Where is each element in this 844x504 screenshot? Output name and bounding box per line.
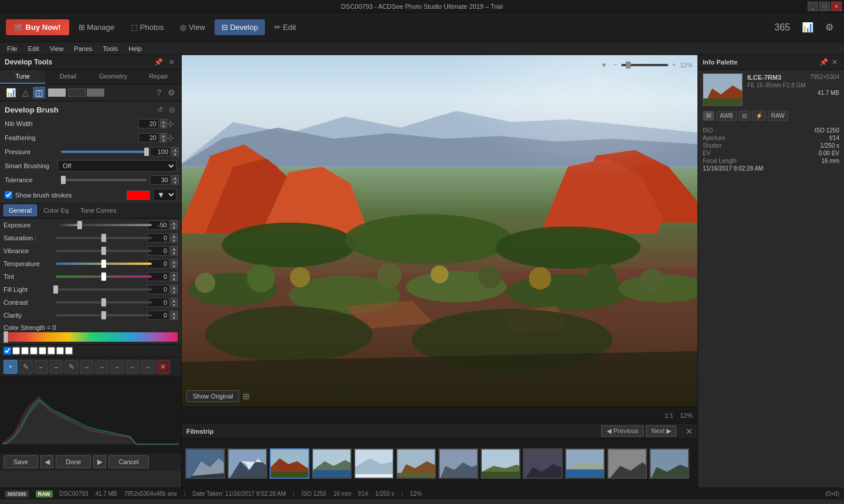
zoom-settings-icon[interactable]: ▼ (598, 60, 610, 70)
done-button[interactable]: Done (56, 455, 91, 468)
filmstrip-thumb-10[interactable] (565, 448, 605, 479)
subtab-color-eq[interactable]: Color Eq (38, 205, 74, 216)
brush-checkbox-5[interactable] (47, 347, 55, 355)
subtab-general[interactable]: General (4, 205, 37, 216)
nav-develop[interactable]: ⊟ Develop (215, 19, 265, 35)
zoom-slider[interactable] (621, 64, 668, 66)
buy-now-button[interactable]: 🛒 Buy Now! (6, 19, 69, 35)
brush-tool-4[interactable]: ✎ (64, 360, 79, 374)
menu-help[interactable]: Help (124, 44, 147, 53)
menu-tools[interactable]: Tools (98, 44, 123, 53)
menu-file[interactable]: File (2, 44, 22, 53)
color-strength-gradient[interactable] (4, 332, 178, 342)
next-button[interactable]: ▶ (93, 455, 106, 468)
nav-edit[interactable]: ✏ Edit (267, 19, 303, 35)
nib-width-input[interactable] (138, 119, 159, 128)
filmstrip-close-button[interactable]: ✕ (686, 427, 693, 436)
brush-target-btn[interactable]: ◎ (167, 105, 176, 114)
filmstrip-thumb-6[interactable] (396, 448, 436, 479)
prev-button[interactable]: ◀ (40, 455, 53, 468)
nav-photos[interactable]: ⬚ Photos (124, 19, 171, 35)
fill-light-track[interactable] (56, 288, 152, 291)
brush-tool-3[interactable]: ⌣ (49, 360, 63, 374)
smart-brushing-select[interactable]: Off On (57, 160, 176, 172)
clarity-down[interactable]: ▼ (171, 315, 178, 320)
info-palette-pin[interactable]: 📌 (818, 57, 830, 67)
brush-tool-6[interactable]: ⌣ (95, 360, 109, 374)
brush-tool-1[interactable]: ✎ (19, 360, 33, 374)
contrast-down[interactable]: ▼ (171, 302, 178, 307)
minimize-button[interactable]: _ (808, 2, 818, 11)
tab-repair[interactable]: Repair (136, 70, 181, 84)
curve-icon-btn[interactable]: ◫ (33, 87, 45, 98)
nav-stats-icon[interactable]: 📊 (797, 19, 818, 35)
exposure-up[interactable]: ▲ (171, 220, 178, 225)
cancel-button[interactable]: Cancel (108, 455, 148, 468)
exposure-track[interactable] (56, 224, 152, 226)
contrast-up[interactable]: ▲ (171, 298, 178, 302)
saturation-track[interactable] (56, 237, 152, 239)
brush-tool-8[interactable]: ⌣ (125, 360, 139, 374)
nav-manage[interactable]: ⊞ ⊞ ManageManage (72, 19, 122, 35)
menu-panes[interactable]: Panes (69, 44, 97, 53)
pressure-up[interactable]: ▲ (172, 147, 179, 152)
filmstrip-thumb-1[interactable] (185, 448, 225, 479)
clarity-track[interactable] (56, 314, 152, 316)
feathering-eyedropper[interactable]: ⊹ (165, 132, 176, 144)
brush-tool-0[interactable]: ✦ (4, 360, 18, 374)
menu-edit[interactable]: Edit (23, 44, 44, 53)
info-palette-close[interactable]: ✕ (830, 57, 839, 67)
temperature-down[interactable]: ▼ (171, 264, 178, 268)
maximize-button[interactable]: □ (819, 2, 830, 11)
brush-checkbox-0[interactable] (4, 347, 11, 355)
exposure-down[interactable]: ▼ (171, 225, 178, 230)
brush-refresh-btn[interactable]: ↺ (155, 105, 165, 114)
filmstrip-thumb-8[interactable] (481, 448, 520, 479)
nib-width-eyedropper[interactable]: ⊹ (165, 118, 176, 130)
tint-up[interactable]: ▲ (171, 272, 178, 277)
brush-checkbox-2[interactable] (21, 347, 29, 355)
show-original-button[interactable]: Show Original (186, 390, 239, 402)
window-controls[interactable]: _ □ ✕ (808, 2, 844, 11)
contrast-track[interactable] (56, 301, 152, 304)
brush-checkbox-1[interactable] (12, 347, 20, 355)
tolerance-up[interactable]: ▲ (172, 175, 179, 180)
tint-down[interactable]: ▼ (171, 277, 178, 281)
fill-light-up[interactable]: ▲ (171, 285, 178, 290)
filmstrip-thumb-9[interactable] (523, 448, 563, 479)
brush-checkbox-6[interactable] (56, 347, 64, 355)
filmstrip-thumb-3[interactable] (270, 448, 309, 479)
tab-detail[interactable]: Detail (45, 70, 90, 84)
histogram-icon-btn[interactable]: 📊 (4, 87, 18, 98)
close-button[interactable]: ✕ (831, 2, 842, 11)
triangle-icon-btn[interactable]: △ (20, 87, 31, 98)
saturation-up[interactable]: ▲ (171, 233, 178, 238)
filmstrip-thumb-11[interactable] (607, 448, 647, 479)
filmstrip-prev-button[interactable]: ◀ Previous (601, 425, 644, 437)
tab-geometry[interactable]: Geometry (91, 70, 136, 84)
temperature-up[interactable]: ▲ (171, 259, 178, 264)
filmstrip-thumb-2[interactable] (227, 448, 267, 479)
filmstrip-next-button[interactable]: Next ▶ (646, 425, 676, 437)
panel-pin-button[interactable]: 📌 (152, 57, 165, 67)
tolerance-input[interactable] (150, 175, 171, 185)
expand-icon[interactable]: ⊞ (243, 391, 250, 401)
fill-light-down[interactable]: ▼ (171, 290, 178, 294)
settings-icon-btn[interactable]: ⚙ (165, 87, 178, 98)
brush-checkbox-7[interactable] (65, 347, 73, 355)
feathering-input[interactable] (138, 133, 159, 142)
stroke-color-select[interactable]: ▼ (153, 189, 176, 201)
filmstrip-thumb-5[interactable] (354, 448, 394, 479)
nav-view[interactable]: ◎ View (173, 19, 212, 35)
help-icon-btn[interactable]: ? (154, 87, 164, 98)
brush-tool-5[interactable]: ⌣ (80, 360, 94, 374)
pressure-input[interactable] (150, 147, 171, 156)
nav-settings-icon[interactable]: ⚙ (821, 19, 838, 35)
brush-tool-7[interactable]: ⌣ (110, 360, 124, 374)
brush-checkbox-3[interactable] (30, 347, 38, 355)
brush-tool-2[interactable]: ⌣ (34, 360, 48, 374)
pressure-down[interactable]: ▼ (172, 152, 179, 156)
tab-tune[interactable]: Tune (0, 70, 45, 84)
clarity-up[interactable]: ▲ (171, 311, 178, 315)
vibrance-up[interactable]: ▲ (171, 246, 178, 251)
